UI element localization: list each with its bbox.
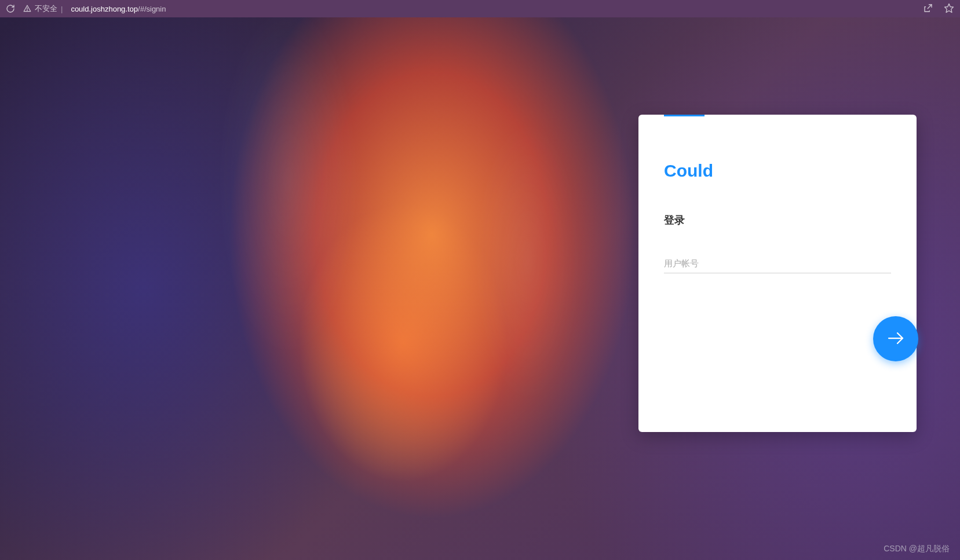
share-icon[interactable]	[923, 3, 933, 15]
brand-title: Could	[664, 161, 891, 181]
username-field-wrapper	[664, 254, 891, 273]
bookmark-star-icon[interactable]	[944, 3, 954, 15]
address-url[interactable]: could.joshzhong.top/#/signin	[71, 5, 166, 13]
svg-marker-2	[945, 3, 954, 12]
tab-indicator	[664, 115, 705, 116]
url-path: /#/signin	[138, 5, 166, 13]
watermark: CSDN @超凡脱俗	[884, 544, 950, 554]
insecure-label: 不安全	[35, 3, 57, 14]
url-domain: could.joshzhong.top	[71, 5, 138, 13]
arrow-right-icon	[885, 328, 906, 350]
login-title: 登录	[664, 213, 891, 227]
browser-address-bar: 不安全 | could.joshzhong.top/#/signin	[0, 0, 960, 17]
username-input[interactable]	[664, 254, 891, 273]
login-card: Could 登录	[638, 115, 917, 432]
insecure-site-badge[interactable]: 不安全 |	[23, 3, 63, 14]
reload-icon[interactable]	[6, 4, 15, 13]
submit-button[interactable]	[873, 316, 918, 361]
page-content: Could 登录 CSDN @超凡脱俗	[0, 17, 960, 560]
svg-point-1	[27, 10, 28, 11]
